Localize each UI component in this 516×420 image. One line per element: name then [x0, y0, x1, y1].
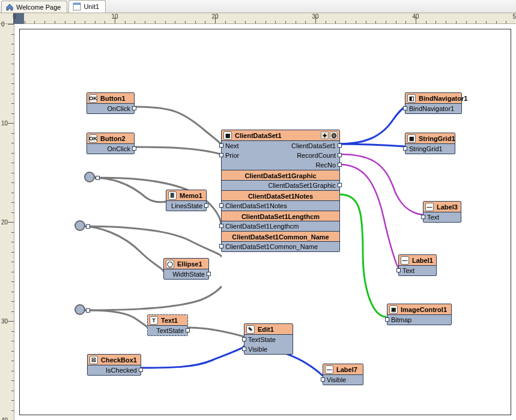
node-button1[interactable]: OKButton1OnClick: [87, 92, 135, 114]
node-property[interactable]: OnClick: [87, 144, 134, 154]
component-icon: ✎: [246, 325, 255, 334]
node-title-label: Memo1: [180, 192, 202, 199]
port[interactable]: [86, 308, 90, 313]
ruler-vertical: 010203040: [0, 24, 14, 420]
node-title-label: Button1: [100, 95, 126, 102]
node-title-label: CheckBox1: [101, 356, 137, 364]
node-label3[interactable]: —Label3Text: [423, 201, 461, 223]
node-property[interactable]: Visible: [323, 375, 363, 385]
port[interactable]: [186, 328, 190, 332]
node-property[interactable]: ClientDataSet1Common_Name: [222, 242, 339, 251]
node-memo1[interactable]: ≣Memo1LinesState: [166, 190, 207, 211]
node-title[interactable]: TText1: [148, 315, 187, 326]
node-property[interactable]: OnClick: [87, 104, 134, 113]
wand-icon[interactable]: ✦: [321, 131, 329, 139]
node-imagectrl[interactable]: ▣ImageControl1Bitmap: [387, 304, 452, 325]
node-title[interactable]: —Label3: [423, 202, 461, 212]
port[interactable]: [132, 106, 136, 110]
node-property[interactable]: ClientDataSet1Lengthcm: [222, 221, 339, 231]
port[interactable]: [96, 176, 100, 180]
port[interactable]: [338, 153, 342, 157]
node-property[interactable]: NextClientDataSet1: [222, 141, 339, 151]
tab-bar: Welcome PageUnit1: [0, 0, 516, 13]
node-ellipse1[interactable]: ◯Ellipse1WidthState: [163, 258, 209, 280]
port[interactable]: [421, 215, 425, 219]
node-property[interactable]: IsChecked: [88, 365, 141, 375]
node-text1[interactable]: TText1TextState: [147, 314, 188, 336]
node-title[interactable]: ≣Memo1: [166, 190, 206, 201]
ruler-horizontal: 01020304050: [14, 13, 516, 24]
node-property[interactable]: TextState: [148, 326, 187, 335]
node-title[interactable]: ▦ClientDataSet1✦⚙: [222, 130, 339, 141]
node-title[interactable]: —Label1: [399, 255, 436, 266]
tab-welcome-page[interactable]: Welcome Page: [1, 1, 67, 13]
node-property[interactable]: TextState: [244, 335, 293, 344]
port[interactable]: [403, 146, 407, 151]
node-property[interactable]: LinesState: [166, 201, 206, 211]
node-property[interactable]: Visible: [244, 344, 293, 354]
port[interactable]: [219, 244, 223, 248]
node-edit1[interactable]: ✎Edit1TextStateVisible: [244, 323, 293, 355]
node-label1[interactable]: —Label1Text: [398, 254, 437, 276]
node-property[interactable]: WidthState: [164, 269, 208, 279]
node-title-label: Label3: [437, 203, 458, 211]
node-subheader: ClientDataSet1Notes: [222, 190, 339, 201]
node-property[interactable]: Bitmap: [387, 315, 451, 325]
node-property[interactable]: ClientDataSet1Graphic: [222, 181, 339, 190]
node-title[interactable]: ✎Edit1: [244, 324, 293, 335]
port[interactable]: [403, 106, 407, 110]
node-title-label: StringGrid1: [419, 135, 455, 142]
node-property[interactable]: RecNo: [222, 160, 339, 170]
port[interactable]: [219, 143, 223, 148]
source-circle[interactable]: [74, 304, 85, 315]
node-title-label: ImageControl1: [401, 306, 447, 313]
port[interactable]: [219, 153, 223, 157]
node-title[interactable]: ▦StringGrid1: [405, 133, 455, 144]
node-property[interactable]: Text: [423, 212, 461, 222]
gear-icon[interactable]: ⚙: [330, 131, 338, 139]
node-property[interactable]: Text: [399, 266, 436, 275]
source-circle[interactable]: [84, 172, 95, 182]
node-property[interactable]: StringGrid1: [405, 144, 455, 154]
node-title[interactable]: ◧BindNavigator1: [405, 93, 461, 104]
component-icon: ▣: [389, 305, 398, 314]
component-icon: OK: [89, 94, 97, 103]
design-canvas[interactable]: OKButton1OnClickOKButton2OnClick≣Memo1Li…: [14, 24, 516, 420]
node-title[interactable]: ◯Ellipse1: [164, 259, 208, 269]
node-title[interactable]: ▣ImageControl1: [387, 304, 451, 315]
node-property[interactable]: BindNavigator1: [405, 104, 461, 113]
node-property[interactable]: ClientDataSet1Notes: [222, 201, 339, 211]
node-property[interactable]: PriorRecordCount: [222, 151, 339, 160]
node-title[interactable]: ☒CheckBox1: [88, 355, 141, 365]
tab-unit1[interactable]: Unit1: [68, 0, 106, 13]
node-stringgrid[interactable]: ▦StringGrid1StringGrid1: [405, 133, 455, 154]
node-title-label: Label7: [336, 366, 357, 373]
component-icon: ▦: [407, 134, 416, 143]
node-cds[interactable]: ▦ClientDataSet1✦⚙NextClientDataSet1Prior…: [221, 130, 340, 252]
port[interactable]: [219, 224, 223, 228]
port[interactable]: [396, 268, 401, 272]
port[interactable]: [338, 183, 342, 187]
node-bindnav[interactable]: ◧BindNavigator1BindNavigator1: [405, 92, 462, 114]
node-title[interactable]: —Label7: [323, 364, 363, 375]
port[interactable]: [132, 146, 136, 151]
node-subheader: ClientDataSet1Lengthcm: [222, 211, 339, 221]
port[interactable]: [242, 347, 246, 351]
node-title-label: Edit1: [258, 326, 274, 333]
node-label7[interactable]: —Label7Visible: [323, 364, 363, 385]
port[interactable]: [338, 143, 342, 148]
node-title[interactable]: OKButton1: [87, 93, 134, 104]
port[interactable]: [86, 224, 90, 229]
node-checkbox1[interactable]: ☒CheckBox1IsChecked: [87, 354, 141, 376]
node-title[interactable]: OKButton2: [87, 133, 134, 144]
port[interactable]: [242, 337, 246, 341]
port[interactable]: [219, 203, 223, 208]
node-button2[interactable]: OKButton2OnClick: [87, 133, 135, 154]
port[interactable]: [139, 368, 143, 372]
port[interactable]: [338, 163, 342, 167]
port[interactable]: [207, 272, 211, 276]
port[interactable]: [321, 377, 325, 382]
port[interactable]: [204, 203, 208, 208]
port[interactable]: [385, 317, 389, 322]
source-circle[interactable]: [74, 220, 85, 231]
